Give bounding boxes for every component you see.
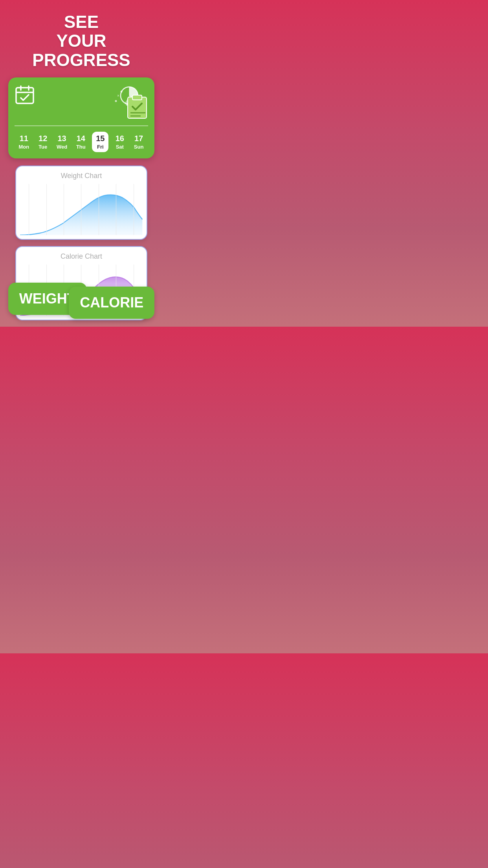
header-title: SEE YOUR PROGRESS bbox=[8, 13, 155, 70]
day-number: 15 bbox=[96, 134, 105, 143]
day-item-tue[interactable]: 12Tue bbox=[35, 134, 51, 150]
weight-chart-area bbox=[20, 184, 142, 235]
chart-gridline bbox=[29, 184, 29, 235]
day-name: Sat bbox=[116, 144, 124, 150]
svg-point-5 bbox=[115, 100, 117, 102]
chart-gridline bbox=[46, 184, 47, 235]
chart-gridline bbox=[116, 184, 116, 235]
calendar-header: × × bbox=[15, 85, 149, 126]
day-name: Wed bbox=[57, 144, 67, 150]
day-name: Tue bbox=[39, 144, 47, 150]
weight-chart-title: Weight Chart bbox=[20, 172, 142, 180]
day-number: 12 bbox=[39, 134, 47, 143]
svg-rect-13 bbox=[132, 95, 142, 100]
chart-gridline bbox=[134, 184, 134, 235]
day-name: Thu bbox=[76, 144, 86, 150]
day-number: 11 bbox=[20, 134, 28, 143]
weight-chart-card: Weight Chart bbox=[15, 166, 147, 240]
chart-gridline bbox=[81, 184, 81, 235]
svg-rect-0 bbox=[16, 88, 33, 103]
calendar-card: × × 11Mon12Tue13Wed14Thu bbox=[8, 77, 155, 158]
svg-text:×: × bbox=[117, 94, 119, 98]
days-row: 11Mon12Tue13Wed14Thu15Fri16Sat17Sun bbox=[15, 132, 149, 152]
day-number: 13 bbox=[57, 134, 66, 143]
day-item-sun[interactable]: 17Sun bbox=[131, 134, 147, 150]
day-name: Fri bbox=[97, 144, 104, 150]
day-item-mon[interactable]: 11Mon bbox=[16, 134, 32, 150]
day-item-thu[interactable]: 14Thu bbox=[73, 134, 89, 150]
day-item-sat[interactable]: 16Sat bbox=[112, 134, 128, 150]
calorie-chart-title: Calorie Chart bbox=[20, 252, 142, 261]
day-number: 14 bbox=[77, 134, 85, 143]
chart-gridline bbox=[99, 184, 99, 235]
chart-gridline bbox=[64, 184, 64, 235]
day-item-wed[interactable]: 13Wed bbox=[54, 134, 70, 150]
day-number: 17 bbox=[134, 134, 143, 143]
calendar-icon bbox=[15, 85, 35, 105]
clipboard-pie-icon: × × bbox=[101, 85, 148, 120]
charts-wrapper: Weight Chart bbox=[8, 166, 155, 327]
calorie-badge: CALORIE bbox=[69, 287, 154, 319]
day-item-fri[interactable]: 15Fri bbox=[92, 132, 108, 152]
header-section: SEE YOUR PROGRESS bbox=[0, 0, 163, 77]
day-number: 16 bbox=[116, 134, 124, 143]
day-name: Mon bbox=[19, 144, 29, 150]
day-name: Sun bbox=[134, 144, 144, 150]
